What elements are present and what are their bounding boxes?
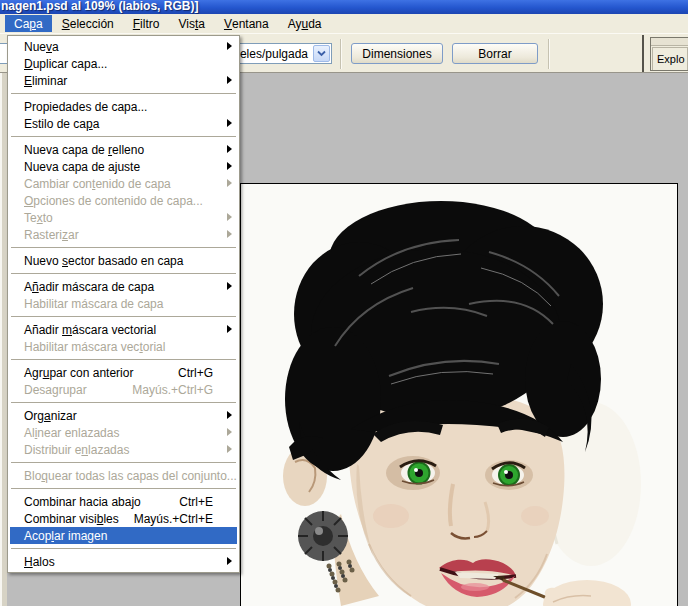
menu-separator	[11, 548, 236, 549]
menu-item-opciones-de-contenido-de-capa[interactable]: Opciones de contenido de capa...	[10, 192, 237, 209]
menubar-item-seleccion[interactable]: Selección	[53, 15, 123, 32]
submenu-arrow-icon	[227, 411, 232, 419]
menu-item-habilitar-mascara-vectorial[interactable]: Habilitar máscara vectorial	[10, 338, 237, 355]
menu-separator	[11, 247, 236, 248]
menu-item-label: Estilo de capa	[24, 117, 99, 131]
menu-item-desagrupar[interactable]: DesagruparMayús.+Ctrl+G	[10, 381, 237, 398]
submenu-arrow-icon	[227, 76, 232, 84]
menu-separator	[11, 316, 236, 317]
menubar-item-capa[interactable]: Capa	[5, 15, 52, 32]
menu-item-label: Nueva	[24, 40, 59, 54]
menu-item-propiedades-de-capa[interactable]: Propiedades de capa...	[10, 98, 237, 115]
menu-item-nueva-capa-de-ajuste[interactable]: Nueva capa de ajuste	[10, 158, 237, 175]
menu-item-label: Nueva capa de relleno	[24, 143, 144, 157]
menu-item-label: Cambiar contenido de capa	[24, 177, 171, 191]
menubar-item-filtro[interactable]: Filtro	[124, 15, 169, 32]
menu-item-habilitar-mascara-de-capa[interactable]: Habilitar máscara de capa	[10, 295, 237, 312]
borrar-button[interactable]: Borrar	[452, 43, 538, 64]
menu-item-label: Nueva capa de ajuste	[24, 160, 140, 174]
menu-item-nuevo-sector-basado-en-capa[interactable]: Nuevo sector basado en capa	[10, 252, 237, 269]
menu-item-organizar[interactable]: Organizar	[10, 407, 237, 424]
submenu-arrow-icon	[227, 230, 232, 238]
menu-item-combinar-visibles[interactable]: Combinar visiblesMayús.+Ctrl+E	[10, 510, 237, 527]
toolbar-divider	[548, 39, 549, 69]
submenu-arrow-icon	[227, 325, 232, 333]
menu-item-label: Desagrupar	[24, 383, 87, 397]
palette-well: Explo	[650, 37, 688, 71]
document-canvas[interactable]	[240, 183, 678, 606]
menu-separator	[11, 136, 236, 137]
chevron-down-icon[interactable]	[313, 45, 330, 62]
menu-separator	[11, 488, 236, 489]
submenu-arrow-icon	[227, 119, 232, 127]
menu-separator	[11, 359, 236, 360]
submenu-arrow-icon	[227, 428, 232, 436]
menu-item-agrupar-con-anterior[interactable]: Agrupar con anteriorCtrl+G	[10, 364, 237, 381]
menu-separator	[11, 273, 236, 274]
menu-item-label: Combinar visibles	[24, 512, 119, 526]
menu-item-label: Organizar	[24, 409, 77, 423]
menu-item-nueva[interactable]: Nueva	[10, 38, 237, 55]
menu-separator	[11, 462, 236, 463]
menu-item-label: Habilitar máscara vectorial	[24, 340, 165, 354]
menu-item-label: Opciones de contenido de capa...	[24, 194, 203, 208]
portrait-artwork	[241, 184, 677, 606]
menu-item-texto[interactable]: Texto	[10, 209, 237, 226]
menu-item-combinar-hacia-abajo[interactable]: Combinar hacia abajoCtrl+E	[10, 493, 237, 510]
palette-well-titlebar	[651, 38, 688, 46]
menubar-item-vista[interactable]: Vista	[169, 15, 213, 32]
menu-item-label: Agrupar con anterior	[24, 366, 133, 380]
dimensiones-button[interactable]: Dimensiones	[351, 43, 443, 64]
menu-item-anadir-mascara-vectorial[interactable]: Añadir máscara vectorial	[10, 321, 237, 338]
menu-item-label: Nuevo sector basado en capa	[24, 254, 183, 268]
menu-item-label: Rasterizar	[24, 228, 79, 242]
menu-item-shortcut: Mayús.+Ctrl+E	[134, 512, 219, 526]
menu-separator	[11, 402, 236, 403]
menu-item-label: Texto	[24, 211, 53, 225]
submenu-arrow-icon	[227, 213, 232, 221]
menu-item-bloquear-todas-las-capas-del-conjunto[interactable]: Bloquear todas las capas del conjunto...	[10, 467, 237, 484]
menu-item-nueva-capa-de-relleno[interactable]: Nueva capa de relleno	[10, 141, 237, 158]
menu-item-shortcut: Ctrl+G	[178, 366, 219, 380]
menubar-item-ventana[interactable]: Ventana	[215, 15, 278, 32]
menu-item-label: Eliminar	[24, 74, 67, 88]
menubar-item-ayuda[interactable]: Ayuda	[279, 15, 331, 32]
menu-item-label: Habilitar máscara de capa	[24, 297, 163, 311]
menu-item-label: Propiedades de capa...	[24, 100, 147, 114]
menu-item-label: Alinear enlazadas	[24, 426, 119, 440]
menu-item-estilo-de-capa[interactable]: Estilo de capa	[10, 115, 237, 132]
title-bar: nagen1.psd al 109% (labios, RGB)]	[0, 0, 688, 14]
toolbar-dark-divider	[642, 35, 644, 72]
window-title: nagen1.psd al 109% (labios, RGB)]	[1, 0, 198, 13]
menu-item-halos[interactable]: Halos	[10, 553, 237, 570]
menu-item-duplicar-capa[interactable]: Duplicar capa...	[10, 55, 237, 72]
menu-item-label: Halos	[24, 555, 55, 569]
submenu-arrow-icon	[227, 179, 232, 187]
menu-item-label: Acoplar imagen	[24, 529, 107, 543]
menu-item-label: Combinar hacia abajo	[24, 495, 141, 509]
submenu-arrow-icon	[227, 557, 232, 565]
photoshop-window: nagen1.psd al 109% (labios, RGB)] CapaSe…	[0, 0, 688, 606]
toolbar-divider	[340, 39, 341, 69]
submenu-arrow-icon	[227, 282, 232, 290]
menu-item-alinear-enlazadas[interactable]: Alinear enlazadas	[10, 424, 237, 441]
submenu-arrow-icon	[227, 162, 232, 170]
menu-item-label: Añadir máscara vectorial	[24, 323, 156, 337]
menu-item-label: Añadir máscara de capa	[24, 280, 154, 294]
menu-item-shortcut: Ctrl+E	[179, 495, 219, 509]
tab-explorador-de-archivos[interactable]: Explo	[652, 47, 688, 71]
menu-separator	[11, 93, 236, 94]
menu-bar: CapaSelecciónFiltroVistaVentanaAyuda	[0, 14, 688, 33]
menu-item-label: Distribuir enlazadas	[24, 443, 129, 457]
menu-item-label: Duplicar capa...	[24, 57, 107, 71]
menu-item-shortcut: Mayús.+Ctrl+G	[132, 383, 219, 397]
menu-item-distribuir-enlazadas[interactable]: Distribuir enlazadas	[10, 441, 237, 458]
menu-item-acoplar-imagen[interactable]: Acoplar imagen	[10, 527, 237, 544]
submenu-arrow-icon	[227, 42, 232, 50]
submenu-arrow-icon	[227, 145, 232, 153]
submenu-arrow-icon	[227, 445, 232, 453]
menu-item-eliminar[interactable]: Eliminar	[10, 72, 237, 89]
menu-item-rasterizar[interactable]: Rasterizar	[10, 226, 237, 243]
menu-item-anadir-mascara-de-capa[interactable]: Añadir máscara de capa	[10, 278, 237, 295]
menu-item-cambiar-contenido-de-capa[interactable]: Cambiar contenido de capa	[10, 175, 237, 192]
